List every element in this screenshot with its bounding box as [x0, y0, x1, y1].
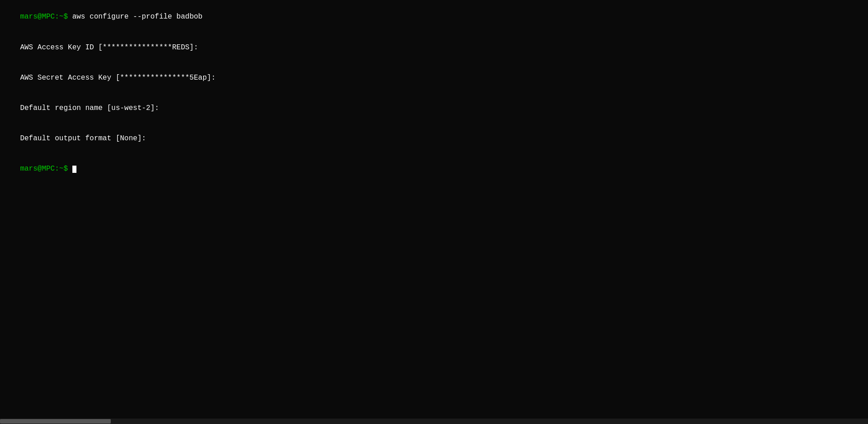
terminal-cursor	[72, 166, 76, 173]
terminal-line-4: Default region name [us-west-2]:	[3, 93, 865, 124]
terminal-line-1: mars@MPC:~$ aws configure --profile badb…	[3, 2, 865, 32]
terminal-scrollbar[interactable]	[0, 419, 868, 424]
terminal-line-5: Default output format [None]:	[3, 124, 865, 154]
command-6	[68, 165, 72, 173]
prompt-1: mars@MPC:~$	[20, 13, 68, 21]
default-region-label: Default region name [us-west-2]:	[20, 104, 163, 112]
aws-access-key-label: AWS Access Key ID [****************REDS]…	[20, 43, 202, 52]
prompt-6: mars@MPC:~$	[20, 165, 68, 173]
terminal-window[interactable]: mars@MPC:~$ aws configure --profile badb…	[0, 0, 868, 424]
default-output-label: Default output format [None]:	[20, 134, 150, 143]
command-1: aws configure --profile badbob	[68, 13, 203, 21]
scrollbar-thumb[interactable]	[0, 419, 111, 424]
aws-secret-key-label: AWS Secret Access Key [****************5…	[20, 74, 220, 82]
terminal-line-6: mars@MPC:~$	[3, 154, 865, 184]
terminal-line-2: AWS Access Key ID [****************REDS]…	[3, 32, 865, 62]
terminal-line-3: AWS Secret Access Key [****************5…	[3, 62, 865, 93]
